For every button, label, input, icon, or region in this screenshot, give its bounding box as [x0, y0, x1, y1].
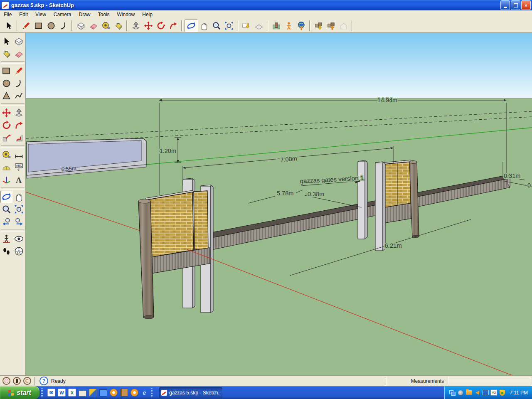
push-pull-tool[interactable]	[13, 107, 25, 119]
rotate-tool[interactable]	[0, 119, 12, 131]
arc-tool[interactable]	[13, 77, 25, 89]
measurements-box[interactable]	[448, 377, 531, 385]
task-button-sketchup[interactable]: gazzas 5.skp - Sketch...	[159, 387, 222, 398]
share-model-button[interactable]	[325, 20, 337, 32]
select-tool[interactable]	[0, 35, 12, 47]
viewport-canvas[interactable]: 6.55m	[26, 33, 532, 375]
volume-tray-icon[interactable]	[474, 389, 480, 396]
excel-icon[interactable]: X	[68, 389, 76, 397]
tape-measure-tool-button[interactable]	[100, 20, 112, 32]
pan-tool-button[interactable]	[198, 20, 210, 32]
rectangle-tool-button[interactable]	[32, 20, 45, 32]
panel-length-dim[interactable]: 6.55m	[61, 165, 76, 172]
rectangle-tool[interactable]	[0, 65, 12, 77]
window-icon[interactable]	[99, 389, 107, 397]
look-around-tool[interactable]	[13, 233, 25, 245]
left-brick-wall[interactable]	[146, 191, 208, 258]
outlook-express-icon[interactable]: ✉	[47, 389, 55, 397]
zoom-tool[interactable]	[0, 203, 12, 215]
zoom-extents-tool[interactable]	[13, 203, 25, 215]
orbit-tool-button[interactable]	[185, 20, 198, 32]
get-models-button[interactable]	[313, 20, 325, 32]
picture-viewer-icon[interactable]	[89, 389, 97, 397]
figure-icon[interactable]	[13, 377, 21, 385]
move-tool-button[interactable]	[142, 20, 155, 32]
clock-icon[interactable]	[110, 389, 118, 397]
photo-textures-button[interactable]	[270, 20, 283, 32]
menu-view[interactable]: View	[32, 11, 50, 18]
circle-tool[interactable]	[0, 77, 12, 89]
model-viewport[interactable]: 6.55m	[26, 33, 532, 375]
freehand-tool[interactable]	[13, 90, 25, 102]
address-book-icon[interactable]	[120, 389, 128, 397]
eraser-tool-button[interactable]	[87, 20, 100, 32]
arc-tool-button[interactable]	[57, 20, 70, 32]
push-pull-tool-button[interactable]	[130, 20, 142, 32]
quick-launch-handle[interactable]	[151, 388, 153, 397]
total-width-dim[interactable]: 14.94m	[377, 97, 397, 103]
minimize-button[interactable]	[500, 0, 510, 10]
3d-text-tool[interactable]	[13, 174, 25, 186]
v2-tray-icon[interactable]: V2	[490, 389, 497, 396]
display-tray-icon[interactable]	[482, 389, 489, 396]
left-span-dim[interactable]: 5.78m	[277, 190, 293, 197]
zoom-extents-button[interactable]	[223, 20, 235, 32]
drop-height-dim[interactable]: 1.20m	[160, 148, 176, 154]
section-plane-tool[interactable]	[13, 245, 25, 257]
circle-tool-button[interactable]	[45, 20, 57, 32]
quick-launch-handle[interactable]	[41, 388, 43, 397]
scale-tool[interactable]	[0, 132, 12, 144]
orbit-tool[interactable]	[0, 191, 12, 203]
offset-tool[interactable]	[13, 132, 25, 144]
restore-button[interactable]	[511, 0, 520, 10]
paint-bucket-tool[interactable]	[0, 48, 12, 60]
toggle-terrain-button[interactable]	[253, 20, 265, 32]
menu-edit[interactable]: Edit	[15, 11, 32, 18]
bulb-icon[interactable]	[2, 377, 10, 385]
crescent-icon[interactable]	[23, 377, 31, 385]
house-button[interactable]	[337, 20, 350, 32]
menu-help[interactable]: Help	[138, 11, 156, 18]
tray-clock[interactable]: 7:11 PM	[510, 390, 528, 396]
axes-tool[interactable]	[0, 174, 12, 186]
follow-me-tool[interactable]	[13, 119, 25, 131]
text-tool[interactable]	[13, 161, 25, 173]
right-span-dim[interactable]: 6.21m	[384, 242, 402, 249]
line-tool[interactable]	[13, 65, 25, 77]
walk-tool[interactable]	[0, 245, 12, 257]
polygon-tool[interactable]	[0, 90, 12, 102]
rotate-tool-button[interactable]	[155, 20, 167, 32]
menu-camera[interactable]: Camera	[50, 11, 75, 18]
select-tool-button[interactable]	[2, 20, 15, 32]
shield-tray-icon[interactable]	[499, 389, 505, 396]
title-bar[interactable]: gazzas 5.skp - SketchUp ×	[0, 0, 532, 10]
previous-view-tool[interactable]	[0, 216, 12, 228]
google-earth-button[interactable]	[295, 20, 308, 32]
menu-tools[interactable]: Tools	[94, 11, 113, 18]
dimension-tool[interactable]	[13, 149, 25, 161]
position-camera-tool[interactable]	[0, 233, 12, 245]
move-tool[interactable]	[0, 107, 12, 119]
word-icon[interactable]: W	[58, 389, 66, 397]
rail-height-dim[interactable]: 0.31m	[504, 172, 520, 179]
right-brick-wall[interactable]	[384, 162, 411, 207]
make-component-tool[interactable]	[13, 35, 25, 47]
folder-tray-icon[interactable]	[466, 389, 472, 396]
eraser-tool[interactable]	[13, 48, 25, 60]
next-view-tool[interactable]	[13, 216, 25, 228]
line-tool-button[interactable]	[20, 20, 32, 32]
zoom-tool-button[interactable]	[210, 20, 223, 32]
pan-tool[interactable]	[13, 191, 25, 203]
make-component-button[interactable]	[75, 20, 87, 32]
audio-tray-icon[interactable]	[457, 389, 464, 396]
paint-bucket-tool-button[interactable]	[112, 20, 125, 32]
properties-icon[interactable]	[79, 389, 86, 397]
menu-file[interactable]: File	[0, 11, 15, 18]
clock-2-icon[interactable]	[131, 389, 138, 397]
follow-me-tool-button[interactable]	[167, 20, 180, 32]
clipped-dim[interactable]: 0	[527, 182, 531, 189]
help-icon[interactable]: ?	[39, 377, 48, 385]
internet-explorer-icon[interactable]: e	[141, 389, 148, 396]
rail-offset-dim[interactable]: 0.38m	[308, 191, 324, 197]
menu-window[interactable]: Window	[113, 11, 139, 18]
